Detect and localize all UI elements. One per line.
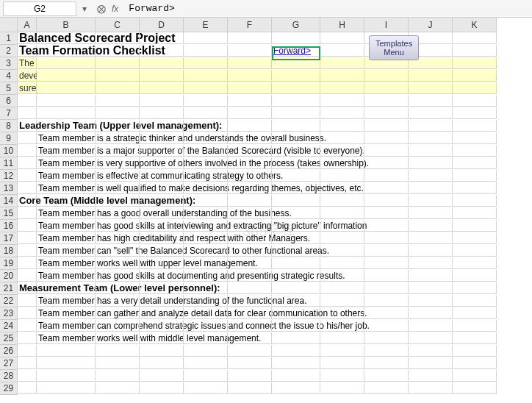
cell-F6[interactable] (228, 95, 272, 107)
cell-G14[interactable] (272, 195, 320, 207)
cell-K27[interactable] (453, 357, 497, 369)
cell-D22[interactable] (140, 295, 184, 307)
cell-I5[interactable] (364, 82, 409, 94)
cell-C24[interactable] (96, 320, 140, 332)
row-header-14[interactable]: 14 (0, 195, 18, 207)
cell-E5[interactable] (184, 82, 228, 94)
cell-A17[interactable] (18, 232, 37, 244)
cell-D23[interactable] (140, 307, 184, 319)
cell-B3[interactable] (37, 57, 96, 69)
cell-K13[interactable] (453, 182, 497, 194)
cell-J27[interactable] (409, 357, 453, 369)
row-header-12[interactable]: 12 (0, 170, 18, 182)
cell-A29[interactable] (18, 382, 37, 394)
cell-E24[interactable] (184, 320, 228, 332)
cell-A27[interactable] (18, 357, 37, 369)
cell-B17[interactable]: Team member has high creditability and r… (37, 232, 96, 244)
cell-K17[interactable] (453, 232, 497, 244)
cell-D6[interactable] (140, 95, 184, 107)
cell-G28[interactable] (272, 370, 320, 382)
cell-D1[interactable] (140, 32, 184, 44)
col-header-I[interactable]: I (364, 18, 409, 32)
cell-B19[interactable]: Team member works well with upper level … (37, 257, 96, 269)
cell-D18[interactable] (140, 245, 184, 257)
cell-I22[interactable] (364, 295, 409, 307)
cell-A6[interactable] (18, 95, 37, 107)
cell-H9[interactable] (320, 132, 364, 144)
name-box[interactable]: G2 (3, 1, 76, 16)
cell-H10[interactable] (320, 145, 364, 157)
cell-F10[interactable] (228, 145, 272, 157)
row-header-25[interactable]: 25 (0, 332, 18, 345)
cell-D2[interactable] (140, 45, 184, 57)
cell-A9[interactable] (18, 132, 37, 144)
cell-J17[interactable] (409, 232, 453, 244)
cell-B18[interactable]: Team member can "sell" the Balanced Scor… (37, 245, 96, 257)
cell-I24[interactable] (364, 320, 409, 332)
cell-B2[interactable] (37, 45, 96, 57)
cell-G12[interactable] (272, 170, 320, 182)
cell-A28[interactable] (18, 370, 37, 382)
cell-F23[interactable] (228, 307, 272, 319)
row-header-24[interactable]: 24 (0, 320, 18, 332)
cell-J13[interactable] (409, 182, 453, 194)
cell-C17[interactable] (96, 232, 140, 244)
cell-K23[interactable] (453, 307, 497, 319)
cell-G8[interactable] (272, 120, 320, 132)
cell-E27[interactable] (184, 357, 228, 369)
row-header-20[interactable]: 20 (0, 270, 18, 282)
cell-K9[interactable] (453, 132, 497, 144)
cell-K29[interactable] (453, 382, 497, 394)
row-header-6[interactable]: 6 (0, 95, 18, 107)
cell-K24[interactable] (453, 320, 497, 332)
cell-B7[interactable] (37, 107, 96, 119)
cell-F26[interactable] (228, 345, 272, 357)
cell-B12[interactable]: Team member is effective at communicatin… (37, 170, 96, 182)
row-header-18[interactable]: 18 (0, 245, 18, 257)
col-header-C[interactable]: C (96, 18, 140, 32)
cell-C12[interactable] (96, 170, 140, 182)
cell-C16[interactable] (96, 220, 140, 232)
cell-C7[interactable] (96, 107, 140, 119)
cell-G26[interactable] (272, 345, 320, 357)
cell-E21[interactable] (184, 282, 228, 294)
cell-B16[interactable]: Team member has good skills at interview… (37, 220, 96, 232)
cell-G4[interactable] (272, 70, 320, 82)
cell-K3[interactable] (453, 57, 497, 69)
cell-E25[interactable] (184, 332, 228, 344)
row-header-27[interactable]: 27 (0, 357, 18, 370)
cell-K6[interactable] (453, 95, 497, 107)
cell-K10[interactable] (453, 145, 497, 157)
cell-F20[interactable] (228, 270, 272, 282)
cell-C5[interactable] (96, 82, 140, 94)
cell-K15[interactable] (453, 207, 497, 219)
col-header-E[interactable]: E (184, 18, 228, 32)
cell-H12[interactable] (320, 170, 364, 182)
cell-J9[interactable] (409, 132, 453, 144)
cell-G9[interactable] (272, 132, 320, 144)
cell-J7[interactable] (409, 107, 453, 119)
cell-J15[interactable] (409, 207, 453, 219)
cell-I21[interactable] (364, 282, 409, 294)
cell-C23[interactable] (96, 307, 140, 319)
cell-D4[interactable] (140, 70, 184, 82)
cell-E8[interactable] (184, 120, 228, 132)
cell-H4[interactable] (320, 70, 364, 82)
cell-F17[interactable] (228, 232, 272, 244)
cell-E19[interactable] (184, 257, 228, 269)
cell-B11[interactable]: Team member is very supportive of others… (37, 157, 96, 169)
cell-B13[interactable]: Team member is well qualified to make de… (37, 182, 96, 194)
cell-G10[interactable] (272, 145, 320, 157)
cell-E22[interactable] (184, 295, 228, 307)
cell-H19[interactable] (320, 257, 364, 269)
cell-B4[interactable] (37, 70, 96, 82)
cell-F11[interactable] (228, 157, 272, 169)
cell-F14[interactable] (228, 195, 272, 207)
cell-H28[interactable] (320, 370, 364, 382)
cell-A4[interactable]: development of the Balanced Scorecard. S… (18, 70, 37, 82)
cancel-icon[interactable]: ⨂ (97, 4, 106, 14)
cell-B27[interactable] (37, 357, 96, 369)
cell-J11[interactable] (409, 157, 453, 169)
cell-A8[interactable]: Leadership Team (Upper level management)… (18, 120, 37, 132)
row-header-7[interactable]: 7 (0, 107, 18, 120)
